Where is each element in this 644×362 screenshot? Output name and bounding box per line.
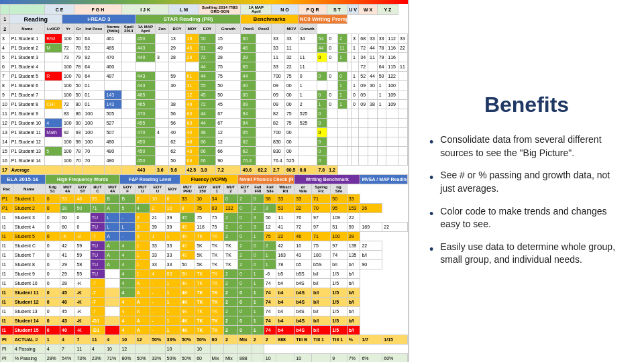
benefit-text-3: Color code to make trends and changes ea… [440,205,624,231]
spreadsheet-area: C E F G H I J K L M Spelling 2014 ITBSGR… [0,0,409,362]
benefits-title: Benefits [429,93,624,117]
benefit-text-2: See # or % passing and growth data, not … [440,169,624,195]
benefit-item-3: • Color code to make trends and changes … [429,205,624,231]
benefit-text-4: Easily use data to determine whole group… [440,241,624,267]
benefit-item-1: • Consolidate data from several differen… [429,133,624,160]
benefit-item-4: • Easily use data to determine whole gro… [429,241,624,267]
benefits-list: • Consolidate data from several differen… [429,133,624,276]
bullet-4: • [429,241,433,258]
benefits-panel: Benefits • Consolidate data from several… [409,0,644,362]
bullet-3: • [429,206,433,223]
bullet-2: • [429,170,433,186]
benefit-text-1: Consolidate data from several different … [440,133,624,160]
benefit-item-2: • See # or % passing and growth data, no… [429,169,624,195]
bullet-1: • [429,134,433,151]
